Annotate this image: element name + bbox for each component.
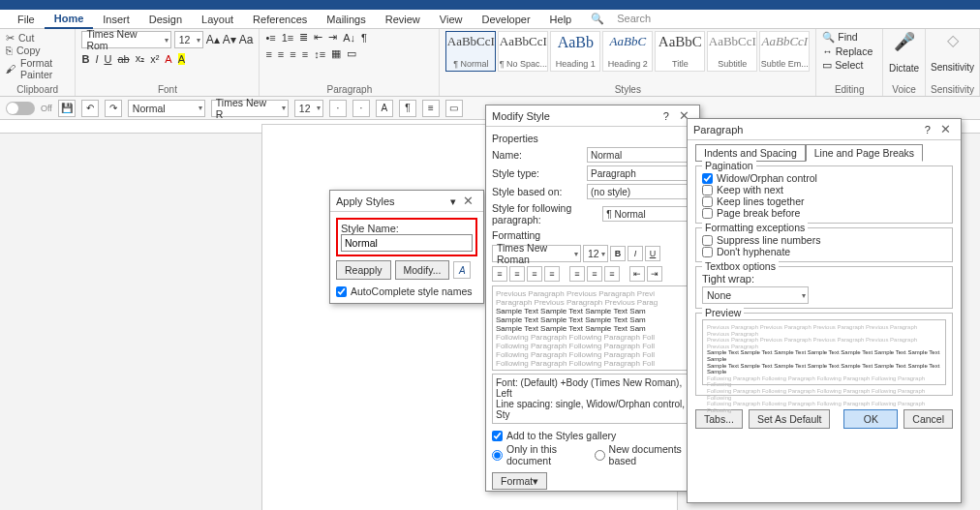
tab-file[interactable]: File bbox=[8, 11, 45, 28]
dictate-button[interactable]: 🎤 bbox=[894, 31, 915, 52]
select-button[interactable]: ▭ Select bbox=[822, 59, 876, 71]
fmt-indent-inc[interactable]: ⇥ bbox=[647, 266, 662, 282]
style-heading2[interactable]: AaBbCHeading 2 bbox=[602, 31, 653, 72]
align-left-icon[interactable]: ≡ bbox=[265, 48, 271, 60]
fmt-align-center[interactable]: ≡ bbox=[509, 266, 525, 282]
keep-lines-checkbox[interactable]: Keep lines together bbox=[702, 195, 946, 207]
style-heading1[interactable]: AaBbHeading 1 bbox=[550, 31, 600, 72]
fmt-font-combo[interactable]: Times New Roman bbox=[492, 245, 581, 262]
decrease-indent-icon[interactable]: ⇤ bbox=[314, 31, 322, 44]
change-case-icon[interactable]: Aa bbox=[239, 33, 254, 46]
name-field[interactable]: Normal bbox=[587, 147, 693, 163]
style-subtitle[interactable]: AaBbCcISubtitle bbox=[707, 31, 757, 72]
following-field[interactable]: ¶ Normal bbox=[602, 206, 693, 222]
undo-icon[interactable]: ↶ bbox=[81, 100, 99, 117]
tab-help[interactable]: Help bbox=[540, 11, 582, 28]
borders-icon[interactable]: ▭ bbox=[347, 47, 356, 60]
highlight-button[interactable]: A bbox=[178, 53, 185, 65]
fmt-align-left[interactable]: ≡ bbox=[492, 266, 507, 282]
fmt-justify[interactable]: ≡ bbox=[544, 266, 560, 282]
shrink-font-icon[interactable]: A▾ bbox=[223, 33, 236, 46]
page-break-checkbox[interactable]: Page break before bbox=[702, 207, 946, 219]
styles-gallery[interactable]: AaBbCcI¶ Normal AaBbCcI¶ No Spac... AaBb… bbox=[445, 31, 810, 72]
qat-icon-6[interactable]: ▭ bbox=[445, 100, 463, 117]
find-button[interactable]: 🔍 Find bbox=[822, 31, 876, 44]
set-default-button[interactable]: Set As Default bbox=[749, 409, 831, 429]
format-painter-button[interactable]: 🖌 Format Painter bbox=[6, 57, 69, 80]
format-button[interactable]: Format ▾ bbox=[492, 472, 547, 490]
align-center-icon[interactable]: ≡ bbox=[278, 48, 284, 60]
track-toggle[interactable] bbox=[6, 102, 35, 115]
qat-icon-2[interactable]: ∙ bbox=[352, 100, 370, 117]
fmt-ls2[interactable]: ≡ bbox=[587, 266, 602, 282]
only-doc-radio[interactable]: Only in this document bbox=[492, 443, 587, 466]
fmt-italic[interactable]: I bbox=[628, 246, 643, 261]
size-quick-combo[interactable]: 12 bbox=[294, 100, 323, 117]
font-quick-combo[interactable]: Times New R bbox=[211, 100, 289, 117]
font-color-button[interactable]: A bbox=[165, 53, 171, 65]
superscript-button[interactable]: x² bbox=[150, 53, 159, 65]
suppress-lines-checkbox[interactable]: Suppress line numbers bbox=[702, 234, 946, 246]
style-name-input[interactable] bbox=[341, 234, 473, 252]
fmt-bold[interactable]: B bbox=[610, 246, 626, 261]
reapply-button[interactable]: Reapply bbox=[336, 260, 391, 280]
style-title[interactable]: AaBbCTitle bbox=[655, 31, 705, 72]
bold-button[interactable]: B bbox=[81, 53, 89, 65]
qat-icon-1[interactable]: ∙ bbox=[329, 100, 347, 117]
multilevel-icon[interactable]: ≣ bbox=[299, 31, 308, 44]
add-gallery-checkbox[interactable]: Add to the Styles gallery bbox=[492, 430, 693, 441]
help-icon[interactable]: ? bbox=[925, 124, 931, 135]
italic-button[interactable]: I bbox=[95, 53, 98, 65]
tab-review[interactable]: Review bbox=[376, 11, 430, 28]
style-quick-combo[interactable]: Normal bbox=[128, 100, 205, 117]
close-icon[interactable]: ✕ bbox=[459, 194, 477, 208]
style-normal[interactable]: AaBbCcI¶ Normal bbox=[445, 31, 496, 72]
sort-icon[interactable]: A↓ bbox=[343, 32, 355, 44]
dont-hyphenate-checkbox[interactable]: Don't hyphenate bbox=[702, 246, 946, 257]
tab-mailings[interactable]: Mailings bbox=[317, 11, 375, 28]
shading-icon[interactable]: ▦ bbox=[331, 47, 341, 60]
style-nospacing[interactable]: AaBbCcI¶ No Spac... bbox=[498, 31, 548, 72]
copy-button[interactable]: ⎘ Copy bbox=[6, 45, 69, 56]
cancel-button[interactable]: Cancel bbox=[903, 409, 953, 429]
tab-design[interactable]: Design bbox=[139, 11, 192, 28]
fmt-size-combo[interactable]: 12 bbox=[583, 245, 608, 262]
strike-button[interactable]: ab bbox=[117, 53, 129, 65]
font-size-combo[interactable]: 12 bbox=[174, 31, 203, 48]
underline-button[interactable]: U bbox=[104, 53, 111, 65]
tab-references[interactable]: References bbox=[243, 11, 317, 28]
qat-icon-4[interactable]: ¶ bbox=[399, 100, 416, 117]
subscript-button[interactable]: x₂ bbox=[136, 52, 145, 65]
fmt-indent-dec[interactable]: ⇤ bbox=[629, 266, 645, 282]
style-subtle-em[interactable]: AaBbCcISubtle Em... bbox=[759, 31, 810, 72]
based-field[interactable]: (no style) bbox=[587, 184, 693, 199]
fmt-ls3[interactable]: ≡ bbox=[604, 266, 620, 282]
numbering-icon[interactable]: 1≡ bbox=[282, 32, 294, 44]
fmt-align-right[interactable]: ≡ bbox=[527, 266, 542, 282]
tight-wrap-combo[interactable]: None bbox=[702, 286, 809, 304]
styles-pane-icon[interactable]: A bbox=[453, 261, 471, 279]
save-icon[interactable]: 💾 bbox=[58, 100, 76, 117]
type-field[interactable]: Paragraph bbox=[587, 165, 693, 181]
replace-button[interactable]: ↔ Replace bbox=[822, 45, 876, 57]
dropdown-icon[interactable]: ▾ bbox=[450, 195, 456, 207]
align-right-icon[interactable]: ≡ bbox=[290, 48, 295, 60]
tab-line-page-breaks[interactable]: Line and Page Breaks bbox=[806, 144, 923, 162]
qat-icon-3[interactable]: A bbox=[376, 100, 393, 117]
fmt-underline[interactable]: U bbox=[645, 246, 660, 261]
close-icon[interactable]: ✕ bbox=[936, 122, 955, 136]
modify-button[interactable]: Modify... bbox=[395, 260, 450, 280]
fmt-ls1[interactable]: ≡ bbox=[569, 266, 585, 282]
tab-home[interactable]: Home bbox=[45, 10, 94, 29]
bullets-icon[interactable]: •≡ bbox=[265, 32, 275, 44]
tab-developer[interactable]: Developer bbox=[472, 11, 539, 28]
tab-layout[interactable]: Layout bbox=[192, 11, 243, 28]
autocomplete-checkbox[interactable]: AutoComplete style names bbox=[336, 285, 477, 297]
tab-view[interactable]: View bbox=[430, 11, 473, 28]
tab-insert[interactable]: Insert bbox=[93, 11, 139, 28]
help-icon[interactable]: ? bbox=[663, 110, 669, 122]
increase-indent-icon[interactable]: ⇥ bbox=[328, 31, 337, 44]
sensitivity-button[interactable]: ◇ bbox=[947, 31, 959, 49]
ok-button[interactable]: OK bbox=[843, 409, 898, 429]
redo-icon[interactable]: ↷ bbox=[105, 100, 122, 117]
